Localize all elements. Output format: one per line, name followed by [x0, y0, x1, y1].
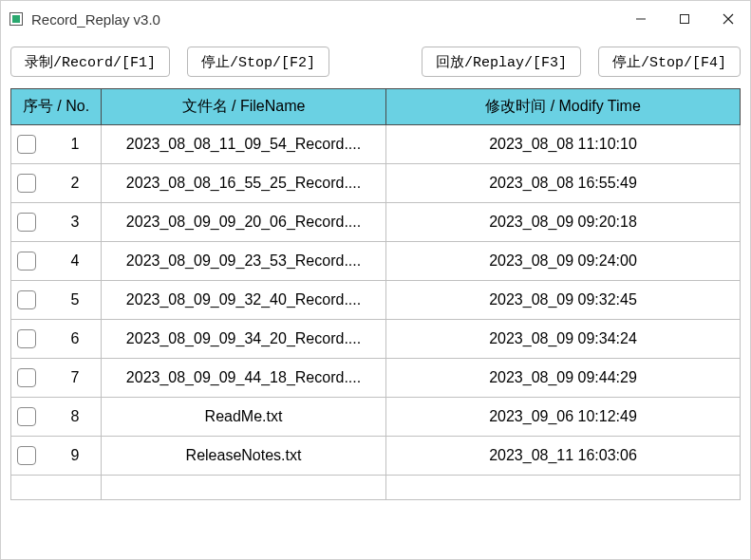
row-number: 2	[55, 175, 95, 192]
header-time[interactable]: 修改时间 / Modify Time	[386, 89, 741, 125]
close-button[interactable]	[706, 1, 750, 37]
table-row[interactable]: 9ReleaseNotes.txt2023_08_11 16:03:06	[11, 437, 741, 476]
row-number: 1	[55, 136, 95, 153]
row-checkbox[interactable]	[17, 290, 36, 309]
cell-modify-time: 2023_08_09 09:34:24	[386, 320, 741, 359]
titlebar: Record_Replay v3.0	[1, 1, 750, 37]
row-checkbox[interactable]	[17, 252, 36, 271]
cell-modify-time: 2023_08_08 11:10:10	[386, 125, 741, 164]
cell-modify-time: 2023_08_09 09:24:00	[386, 242, 741, 281]
cell-no: 9	[11, 437, 102, 476]
minimize-button[interactable]	[619, 1, 663, 37]
cell-filename: 2023_08_09_09_44_18_Record....	[102, 359, 386, 398]
cell-filename: 2023_08_09_09_20_06_Record....	[102, 203, 386, 242]
file-table-wrap: 序号 / No. 文件名 / FileName 修改时间 / Modify Ti…	[1, 84, 750, 510]
cell-modify-time: 2023_08_11 16:03:06	[386, 437, 741, 476]
window-title: Record_Replay v3.0	[31, 11, 619, 28]
cell-filename: 2023_08_09_09_32_40_Record....	[102, 281, 386, 320]
header-no[interactable]: 序号 / No.	[11, 89, 102, 125]
cell-no: 3	[11, 203, 102, 242]
table-row[interactable]: 32023_08_09_09_20_06_Record....2023_08_0…	[11, 203, 741, 242]
row-number: 6	[55, 330, 95, 347]
cell-no: 1	[11, 125, 102, 164]
cell-filename: 2023_08_09_09_34_20_Record....	[102, 320, 386, 359]
row-checkbox[interactable]	[17, 213, 36, 232]
cell-modify-time: 2023_08_09 09:44:29	[386, 359, 741, 398]
row-number: 3	[55, 214, 95, 231]
cell-no: 7	[11, 359, 102, 398]
cell-no: 2	[11, 164, 102, 203]
cell-modify-time: 2023_09_06 10:12:49	[386, 398, 741, 437]
table-row[interactable]: 72023_08_09_09_44_18_Record....2023_08_0…	[11, 359, 741, 398]
cell-filename: 2023_08_08_16_55_25_Record....	[102, 164, 386, 203]
stop-replay-button[interactable]: 停止/Stop/[F4]	[598, 47, 741, 77]
replay-button[interactable]: 回放/Replay/[F3]	[422, 47, 581, 77]
row-number: 9	[55, 447, 95, 464]
row-number: 5	[55, 291, 95, 308]
row-checkbox[interactable]	[17, 407, 36, 426]
cell-no: 5	[11, 281, 102, 320]
record-button[interactable]: 录制/Record/[F1]	[10, 47, 170, 77]
cell-filename: ReadMe.txt	[102, 398, 386, 437]
table-row-empty	[11, 476, 741, 500]
toolbar-group-left: 录制/Record/[F1] 停止/Stop/[F2]	[10, 47, 329, 77]
row-checkbox[interactable]	[17, 446, 36, 465]
row-checkbox[interactable]	[17, 368, 36, 387]
table-row[interactable]: 62023_08_09_09_34_20_Record....2023_08_0…	[11, 320, 741, 359]
header-file[interactable]: 文件名 / FileName	[102, 89, 386, 125]
row-checkbox[interactable]	[17, 329, 36, 348]
svg-rect-1	[12, 15, 20, 23]
table-row[interactable]: 8ReadMe.txt2023_09_06 10:12:49	[11, 398, 741, 437]
cell-no: 8	[11, 398, 102, 437]
table-header-row: 序号 / No. 文件名 / FileName 修改时间 / Modify Ti…	[11, 89, 741, 125]
maximize-button[interactable]	[663, 1, 706, 37]
row-checkbox[interactable]	[17, 135, 36, 154]
toolbar: 录制/Record/[F1] 停止/Stop/[F2] 回放/Replay/[F…	[1, 37, 750, 84]
cell-filename: 2023_08_08_11_09_54_Record....	[102, 125, 386, 164]
cell-no: 6	[11, 320, 102, 359]
table-row[interactable]: 22023_08_08_16_55_25_Record....2023_08_0…	[11, 164, 741, 203]
table-row[interactable]: 12023_08_08_11_09_54_Record....2023_08_0…	[11, 125, 741, 164]
toolbar-group-right: 回放/Replay/[F3] 停止/Stop/[F4]	[422, 47, 741, 77]
row-number: 4	[55, 252, 95, 270]
table-row[interactable]: 42023_08_09_09_23_53_Record....2023_08_0…	[11, 242, 741, 281]
row-checkbox[interactable]	[17, 174, 36, 193]
cell-modify-time: 2023_08_09 09:20:18	[386, 203, 741, 242]
file-table: 序号 / No. 文件名 / FileName 修改时间 / Modify Ti…	[10, 88, 741, 500]
cell-modify-time: 2023_08_09 09:32:45	[386, 281, 741, 320]
cell-filename: 2023_08_09_09_23_53_Record....	[102, 242, 386, 281]
app-icon	[9, 11, 24, 27]
stop-record-button[interactable]: 停止/Stop/[F2]	[187, 47, 329, 77]
svg-rect-3	[681, 15, 689, 24]
cell-filename: ReleaseNotes.txt	[102, 437, 386, 476]
cell-no: 4	[11, 242, 102, 281]
cell-modify-time: 2023_08_08 16:55:49	[386, 164, 741, 203]
row-number: 7	[55, 369, 95, 386]
row-number: 8	[55, 408, 95, 425]
table-row[interactable]: 52023_08_09_09_32_40_Record....2023_08_0…	[11, 281, 741, 320]
